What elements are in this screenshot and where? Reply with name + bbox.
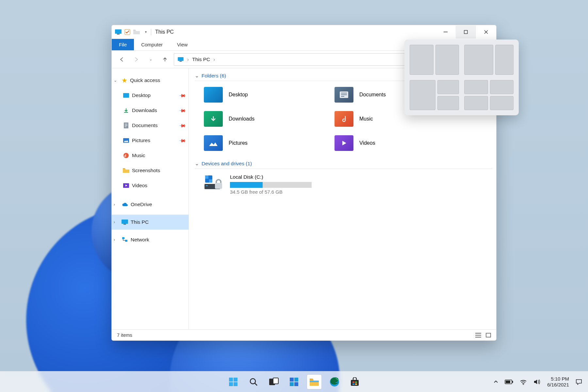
drive-icon [204,174,224,191]
menu-view[interactable]: View [170,39,195,50]
svg-rect-17 [123,224,126,225]
snap-layout-quad[interactable] [464,80,514,110]
taskbar: 5:10 PM 6/16/2021 [0,371,588,392]
notifications-icon[interactable] [576,379,582,385]
nav-forward-button[interactable] [131,54,142,65]
tray-overflow-icon[interactable] [494,380,498,384]
taskbar-store[interactable] [348,375,362,389]
maximize-button[interactable] [456,25,476,39]
drive-name: Local Disk (C:) [230,174,312,180]
monitor-icon [115,29,122,35]
nav-back-button[interactable] [116,54,127,65]
properties-icon[interactable] [124,29,131,35]
minimize-button[interactable] [435,25,456,39]
battery-icon[interactable] [505,380,513,384]
snap-layout-split-half[interactable] [410,45,459,75]
start-button[interactable] [226,375,240,389]
chevron-right-icon[interactable]: › [114,220,119,224]
svg-rect-42 [310,381,319,382]
folder-qat-icon[interactable] [133,29,140,35]
qat-icons: ▾ [115,29,149,35]
section-label: Folders (6) [202,73,226,79]
tree-this-pc[interactable]: › This PC [112,215,188,230]
tree-item-downloads[interactable]: Downloads 📌 [112,103,188,118]
status-bar: 7 items [112,329,496,340]
svg-rect-4 [464,30,467,34]
system-tray: 5:10 PM 6/16/2021 [494,376,582,388]
videos-folder-icon [335,135,353,151]
chevron-down-icon[interactable]: ⌄ [114,78,119,83]
tree-label: Network [131,237,149,243]
drive-usage-bar [230,182,312,188]
taskbar-edge[interactable] [327,375,342,389]
tree-label: Screenshots [132,168,160,173]
task-view-button[interactable] [267,375,281,389]
folder-label: Downloads [229,116,254,122]
cloud-icon [122,201,128,208]
nav-recent-dropdown[interactable]: ⌄ [145,54,156,65]
svg-rect-41 [294,382,298,386]
nav-up-button[interactable] [159,54,171,65]
svg-rect-8 [123,93,129,98]
close-button[interactable] [476,25,496,39]
chevron-right-icon[interactable]: › [114,237,119,242]
svg-rect-22 [341,94,347,95]
tree-label: Downloads [132,107,157,113]
tree-label: Desktop [132,92,151,98]
desktop-icon [123,92,129,99]
svg-rect-5 [178,57,184,61]
tree-item-videos[interactable]: Videos [112,178,188,193]
large-icons-view-icon[interactable] [486,333,491,337]
tree-onedrive[interactable]: › OneDrive [112,197,188,212]
folder-videos[interactable]: Videos [335,135,459,151]
drive-local-c[interactable]: Local Disk (C:) 34.5 GB free of 57.6 GB [193,169,492,195]
wifi-icon[interactable] [520,379,527,385]
videos-icon [123,182,129,189]
search-button[interactable] [246,375,261,389]
clock[interactable]: 5:10 PM 6/16/2021 [547,376,569,388]
svg-rect-28 [209,179,212,183]
menu-file[interactable]: File [112,39,134,50]
clock-date: 6/16/2021 [547,382,569,388]
star-icon: ★ [122,76,127,84]
details-view-icon[interactable] [475,333,481,337]
folder-label: Desktop [229,92,248,98]
tree-item-pictures[interactable]: Pictures 📌 [112,133,188,148]
svg-rect-11 [125,125,127,126]
pin-icon: 📌 [179,106,186,114]
widgets-button[interactable] [287,375,301,389]
tree-item-music[interactable]: Music [112,148,188,163]
svg-rect-47 [352,384,354,385]
folder-desktop[interactable]: Desktop [204,87,328,103]
svg-rect-37 [273,378,278,384]
svg-rect-33 [229,382,233,386]
network-icon [122,237,128,243]
tree-quick-access[interactable]: ⌄ ★ Quick access [112,73,188,88]
svg-rect-19 [125,240,127,242]
tree-item-desktop[interactable]: Desktop 📌 [112,88,188,103]
folder-pictures[interactable]: Pictures [204,135,328,151]
qat-dropdown-icon[interactable]: ▾ [142,29,149,35]
folder-downloads[interactable]: Downloads [204,111,328,127]
snap-layout-split-wide[interactable] [464,45,514,75]
snap-layouts-popup [404,40,519,115]
monitor-icon [177,56,184,63]
svg-rect-29 [215,183,222,189]
volume-icon[interactable] [533,379,541,385]
taskbar-explorer[interactable] [307,375,321,389]
breadcrumb-root[interactable]: This PC [192,57,210,62]
pictures-folder-icon [204,135,223,151]
snap-layout-three[interactable] [410,80,459,110]
svg-rect-0 [115,29,122,34]
svg-rect-40 [290,382,294,386]
tree-item-screenshots[interactable]: Screenshots [112,163,188,178]
svg-rect-1 [117,34,120,35]
svg-rect-3 [444,32,448,32]
tree-item-documents[interactable]: Documents 📌 [112,118,188,133]
chevron-right-icon[interactable]: › [114,202,119,207]
monitor-icon [122,219,128,225]
tree-network[interactable]: › Network [112,232,188,247]
section-drives-header[interactable]: ⌄ Devices and drives (1) [195,159,492,169]
chevron-right-icon: › [187,57,189,62]
menu-computer[interactable]: Computer [134,39,170,50]
